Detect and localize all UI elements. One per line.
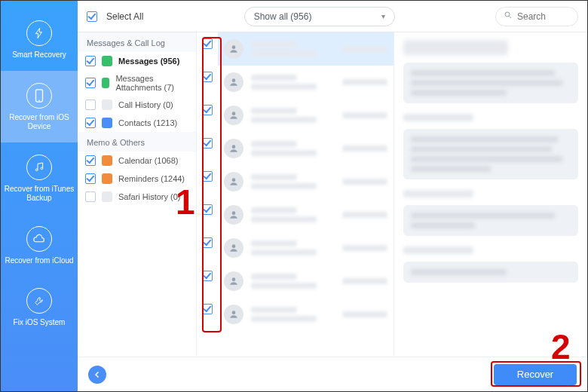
avatar-icon [224,238,243,258]
list-item[interactable] [218,99,394,132]
row-checkbox[interactable] [202,138,213,149]
call-icon [102,100,112,110]
tree-item-label: Messages Attachments (7) [115,74,188,92]
sidebar-item-label: Recover from iOS Device [4,113,75,132]
lightning-icon [26,20,52,46]
svg-point-3 [41,167,43,170]
tree-group-header: Messages & Call Log [78,32,196,52]
tree-item-safari[interactable]: Safari History (0) [78,188,196,206]
avatar-icon [224,72,243,92]
svg-line-5 [509,17,511,19]
recover-button[interactable]: Recover [494,364,577,385]
footer: Recover [78,357,587,391]
tree-item-contacts[interactable]: Contacts (1213) [78,114,196,132]
sidebar-item-recover-icloud[interactable]: Recover from iCloud [1,214,78,277]
tree-item-messages[interactable]: Messages (956) [78,52,196,70]
list-checkbox-column [197,32,218,357]
tree-item-label: Call History (0) [118,100,173,109]
svg-point-12 [232,244,236,248]
row-checkbox[interactable] [202,271,213,281]
row-checkbox[interactable] [202,171,213,182]
attachments-icon [102,78,109,88]
svg-point-6 [232,45,236,49]
sidebar-item-recover-itunes[interactable]: Recover from iTunes Backup [1,142,78,214]
tree-item-attachments[interactable]: Messages Attachments (7) [78,70,196,96]
svg-point-14 [232,311,236,314]
tree-item-calendar[interactable]: Calendar (1068) [78,152,196,170]
contacts-icon [102,118,112,128]
svg-point-10 [232,178,236,182]
select-all-label[interactable]: Select All [106,11,143,22]
content-area: Messages & Call Log Messages (956) Messa… [78,32,587,357]
svg-point-8 [232,112,236,115]
phone-icon [26,83,52,109]
avatar-icon [224,205,243,225]
reminders-icon [102,173,112,184]
svg-point-2 [35,169,38,171]
tree-item-label: Reminders (1244) [118,174,185,183]
tree-checkbox[interactable] [85,155,96,166]
svg-point-4 [505,12,510,17]
list-item[interactable] [218,231,394,265]
row-checkbox[interactable] [202,304,213,314]
list-item[interactable] [218,265,394,298]
list-item[interactable] [218,32,394,66]
topbar: Select All Show all (956) ▾ [78,1,587,32]
tree-checkbox[interactable] [85,100,96,110]
avatar-icon [224,271,243,291]
tree-item-label: Calendar (1068) [118,156,179,165]
category-tree: Messages & Call Log Messages (956) Messa… [78,32,197,357]
message-bubble [403,63,578,103]
back-button[interactable] [88,366,106,384]
calendar-icon [102,155,112,166]
cloud-icon [26,226,52,252]
select-all-checkbox[interactable] [87,11,97,22]
avatar-icon [224,305,243,324]
sidebar-item-smart-recovery[interactable]: Smart Recovery [1,8,78,71]
filter-dropdown[interactable]: Show all (956) ▾ [244,7,395,26]
detail-header-blur [403,40,508,55]
list-item[interactable] [218,298,394,331]
list-item[interactable] [218,66,394,99]
detail-subheader-blur [403,190,473,198]
tree-item-call-history[interactable]: Call History (0) [78,96,196,114]
tree-checkbox[interactable] [85,118,96,128]
list-item[interactable] [218,132,394,165]
chevron-down-icon: ▾ [381,12,385,20]
tree-checkbox[interactable] [85,78,96,88]
row-checkbox[interactable] [202,204,213,215]
avatar-icon [224,139,243,158]
avatar-icon [224,106,243,125]
message-detail [394,32,587,357]
tree-item-label: Contacts (1213) [118,118,177,127]
sidebar-item-fix-ios[interactable]: Fix iOS System [1,276,78,338]
tree-checkbox[interactable] [85,56,96,66]
row-checkbox[interactable] [202,38,213,49]
svg-point-7 [232,78,236,82]
search-box[interactable] [495,7,578,26]
list-item[interactable] [218,165,394,198]
detail-subheader-blur [403,247,473,254]
row-checkbox[interactable] [202,72,213,82]
sidebar-item-label: Recover from iCloud [4,256,75,266]
message-bubble [403,129,578,179]
tree-checkbox[interactable] [85,191,96,202]
safari-icon [102,191,112,202]
wrench-icon [26,288,52,314]
tree-item-reminders[interactable]: Reminders (1244) [78,170,196,188]
list-item[interactable] [218,198,394,231]
search-input[interactable] [517,11,570,22]
music-note-icon [26,155,52,180]
svg-point-11 [232,211,236,215]
message-list [197,32,394,357]
row-checkbox[interactable] [202,237,213,248]
tree-group-header: Memo & Others [78,132,196,152]
arrow-left-icon [93,370,102,379]
sidebar-item-recover-ios-device[interactable]: Recover from iOS Device [1,71,78,142]
tree-item-label: Safari History (0) [118,192,181,201]
row-checkbox[interactable] [202,105,213,115]
tree-checkbox[interactable] [85,173,96,184]
avatar-icon [224,172,243,191]
svg-point-13 [232,277,236,281]
filter-label: Show all (956) [254,11,312,22]
